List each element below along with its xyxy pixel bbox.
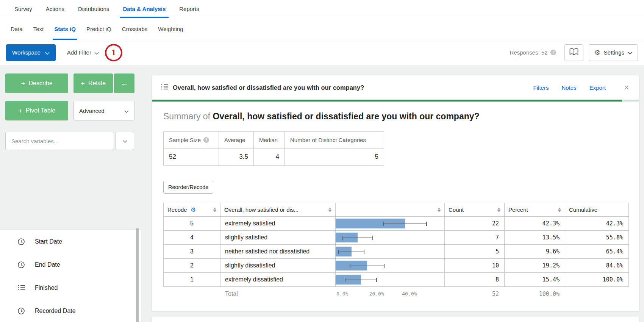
reorder-recode-button[interactable]: Reorder/Recode — [163, 181, 213, 194]
settings-button[interactable]: ⚙ Settings — [589, 44, 638, 61]
library-icon — [569, 48, 579, 58]
variable-label: Start Date — [35, 238, 62, 245]
question-header-label: Overall, how satisfied or dis... — [224, 206, 299, 213]
info-icon[interactable]: i — [550, 50, 556, 55]
filters-link[interactable]: Filters — [533, 84, 549, 91]
summary-stats-table: Sample Size i Average Median Number of D… — [163, 131, 384, 166]
top-nav: Survey Actions Distributions Data & Anal… — [0, 0, 644, 18]
tab-actions[interactable]: Actions — [39, 0, 71, 18]
result-row: 4 slightly satisfied 7 13.5% 55.8% — [164, 231, 629, 245]
count-cell: 8 — [445, 273, 505, 287]
sort-arrows-icon[interactable] — [328, 208, 331, 212]
average-header: Average — [219, 132, 254, 148]
list-icon — [17, 285, 25, 291]
info-icon[interactable]: i — [203, 137, 209, 143]
pivot-table-button[interactable]: + Pivot Table — [5, 101, 68, 120]
relate-button[interactable]: + Relate — [73, 73, 113, 93]
category-cell: extremely dissatisfied — [220, 273, 336, 287]
export-link[interactable]: Export — [589, 84, 606, 91]
count-cell: 22 — [445, 217, 505, 231]
summary-prefix: Summary of — [163, 111, 210, 121]
distinct-categories-header: Number of Distinct Categories — [285, 132, 384, 148]
result-row: 5 extremely satisfied 22 42.3% 42.3% — [164, 217, 629, 231]
card-links: Filters Notes Export × — [533, 83, 629, 92]
plus-icon: + — [18, 107, 22, 114]
plus-icon: + — [21, 80, 25, 87]
describe-button[interactable]: + Describe — [5, 73, 68, 93]
recode-cell: 3 — [164, 245, 220, 259]
subtab-weighting[interactable]: Weighting — [153, 18, 188, 40]
average-value: 3.5 — [219, 148, 254, 166]
analysis-card: Overall, how satisfied or dissatisfied a… — [152, 75, 639, 311]
summary-heading: Summary of Overall, how satisfied or dis… — [163, 111, 630, 122]
sort-arrows-icon[interactable] — [213, 208, 216, 212]
add-filter-label: Add Filter — [67, 49, 91, 56]
subtab-predict-iq[interactable]: Predict iQ — [81, 18, 117, 40]
add-filter-button[interactable]: Add Filter — [67, 49, 99, 56]
axis-tick: 20.0% — [369, 291, 384, 297]
total-label: Total — [220, 291, 335, 297]
recode-header[interactable]: Recode ⚙ — [164, 203, 220, 217]
sort-arrows-icon[interactable] — [497, 208, 500, 212]
subtab-text[interactable]: Text — [28, 18, 49, 40]
sidebar-scrollbar[interactable] — [136, 228, 139, 322]
percent-cell: 9.6% — [505, 245, 565, 259]
recode-cell: 5 — [164, 217, 220, 231]
bar-cell — [336, 217, 445, 231]
sort-arrows-icon[interactable] — [558, 208, 561, 212]
percent-header[interactable]: Percent — [505, 203, 565, 217]
variable-label: Recorded Date — [35, 308, 76, 314]
median-header: Median — [254, 132, 285, 148]
pivot-table-label: Pivot Table — [26, 107, 55, 114]
subtab-crosstabs[interactable]: Crosstabs — [117, 18, 153, 40]
next-card-preview — [152, 317, 639, 322]
sort-arrows-icon[interactable] — [438, 208, 441, 212]
chevron-down-icon — [124, 108, 129, 114]
stats-iq-screen: Survey Actions Distributions Data & Anal… — [0, 0, 644, 322]
gear-icon[interactable]: ⚙ — [191, 206, 196, 213]
workspace-button-label: Workspace — [12, 49, 41, 56]
advanced-dropdown[interactable]: Advanced — [73, 101, 134, 120]
library-button[interactable] — [564, 44, 583, 61]
collapse-sidebar-button[interactable]: ← — [114, 73, 134, 93]
axis-ticks: 0.0% 20.0% 40.0% — [335, 287, 444, 301]
chevron-down-icon — [45, 49, 50, 56]
count-header[interactable]: Count — [445, 203, 505, 217]
total-percent: 100.0% — [504, 291, 565, 297]
notes-link[interactable]: Notes — [561, 84, 576, 91]
total-row: Total 0.0% 20.0% 40.0% 52 100.0% — [163, 287, 628, 301]
error-bar — [342, 236, 373, 240]
variable-start-date[interactable]: Start Date — [0, 230, 141, 253]
sidebar-actions: + Describe + Relate ← + Pivot Table Adva… — [0, 65, 142, 150]
result-row: 2 slightly dissatisfied 10 19.2% 84.6% — [164, 259, 629, 273]
cumulative-header[interactable]: Cumulative — [565, 203, 629, 217]
search-options-dropdown[interactable] — [116, 132, 134, 150]
workspace-button[interactable]: Workspace — [6, 44, 56, 61]
subtab-stats-iq[interactable]: Stats iQ — [49, 18, 81, 40]
count-cell: 10 — [445, 259, 505, 273]
tab-survey[interactable]: Survey — [8, 0, 39, 18]
result-row: 1 extremely dissatisfied 8 15.4% 100.0% — [164, 273, 629, 287]
arrow-left-icon: ← — [120, 79, 128, 88]
sub-nav: Data Text Stats iQ Predict iQ Crosstabs … — [0, 18, 644, 40]
question-header[interactable]: Overall, how satisfied or dis... — [220, 203, 336, 217]
tab-reports[interactable]: Reports — [172, 0, 206, 18]
close-icon[interactable]: × — [624, 83, 629, 92]
variable-label: End Date — [35, 261, 60, 268]
variable-recorded-date[interactable]: Recorded Date — [0, 299, 141, 322]
variable-finished[interactable]: Finished — [0, 276, 141, 299]
variable-end-date[interactable]: End Date — [0, 253, 141, 276]
toolbar-right: Responses: 52 i ⚙ Settings — [510, 44, 638, 61]
error-bar — [338, 250, 364, 254]
tab-distributions[interactable]: Distributions — [71, 0, 116, 18]
search-variables-input[interactable] — [5, 132, 114, 150]
clock-icon — [17, 261, 25, 269]
category-cell: slightly dissatisfied — [220, 259, 336, 273]
bar-chart-header[interactable] — [336, 203, 445, 217]
axis-tick: 40.0% — [402, 291, 417, 297]
clock-icon — [17, 307, 25, 315]
list-icon — [161, 84, 168, 91]
subtab-data[interactable]: Data — [5, 18, 28, 40]
tab-data-analysis[interactable]: Data & Analysis — [116, 0, 172, 18]
results-header-row: Recode ⚙ Overall, how satisfied or dis..… — [164, 203, 629, 217]
